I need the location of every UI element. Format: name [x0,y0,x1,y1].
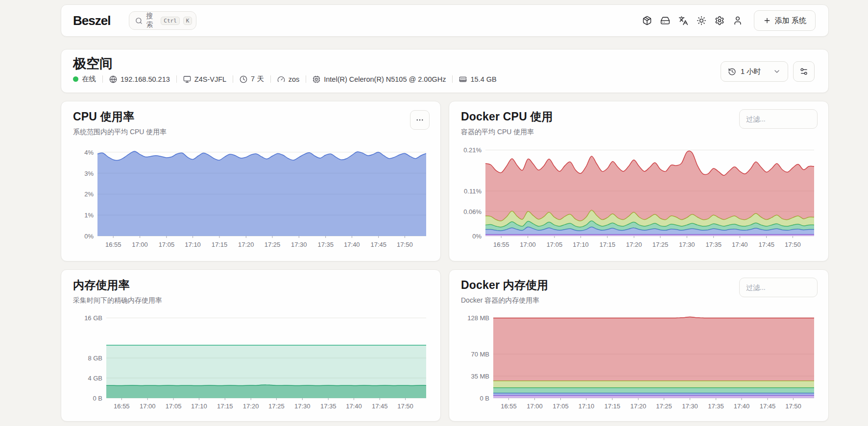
chart-settings-button[interactable] [793,61,815,82]
hostname-item: Z4S-VJFL [183,75,226,83]
memory-chart-card: 内存使用率 采集时间下的精确内存使用率 0 B4 GB8 GB16 GB 16:… [61,269,441,422]
x-tick-label: 17:25 [652,241,669,248]
history-icon [728,68,736,76]
x-tick-label: 17:50 [785,241,801,248]
x-tick-label: 17:10 [191,402,207,410]
ip-label: 192.168.50.213 [121,75,170,83]
x-tick-label: 17:15 [217,402,233,410]
y-tick-label: 0% [461,233,482,240]
add-system-button[interactable]: 添加 系统 [754,10,816,31]
hostname-label: Z4S-VJFL [194,75,226,83]
ip-item: 192.168.50.213 [109,75,170,83]
x-tick-label: 17:40 [732,241,748,248]
chart-subtitle: Docker 容器的内存使用率 [461,296,539,305]
x-tick-label: 17:35 [708,402,724,410]
memory-chart-xaxis: 16:5517:0017:0517:1017:1517:2017:2517:30… [73,402,426,410]
clock-icon [240,75,247,83]
sun-icon[interactable] [693,12,711,30]
system-header: 极空间 在线 192.168.50.213 Z4S-VJFL 7 天 [61,49,829,93]
x-tick-label: 17:15 [600,241,616,248]
kbd-k: K [183,17,193,25]
time-range-value: 1 小时 [741,67,761,76]
docker-memory-chart: 0 B35 MB70 MB128 MB [461,314,814,401]
x-tick-label: 17:35 [320,402,337,410]
series-area-red [485,151,814,221]
search-input[interactable]: 搜索 Ctrl K [129,11,196,30]
x-tick-label: 17:00 [140,402,156,410]
series-area-lime [493,381,814,388]
x-tick-label: 17:35 [317,241,334,248]
x-tick-label: 17:40 [734,402,750,410]
languages-icon[interactable] [675,12,693,30]
divider [306,75,306,83]
x-tick-label: 17:40 [346,402,362,410]
kbd-ctrl: Ctrl [161,17,180,25]
system-name: 极空间 [73,55,113,72]
chart-subtitle: 系统范围内的平均 CPU 使用率 [73,128,167,137]
ellipsis-icon [415,116,424,124]
series-area-used [106,385,426,398]
x-tick-label: 17:30 [294,402,311,410]
ram-item: 15.4 GB [459,75,496,83]
y-tick-label: 0 B [461,395,489,402]
docker-memory-chart-xaxis: 16:5517:0017:0517:1017:1517:2017:2517:30… [461,402,814,410]
sliders-icon [799,67,808,76]
x-tick-label: 17:00 [132,241,148,248]
package-icon[interactable] [638,12,656,30]
user-icon[interactable] [729,12,747,30]
x-tick-label: 17:40 [344,241,360,248]
divider [452,75,453,83]
x-tick-label: 17:05 [553,402,569,410]
x-tick-label: 17:05 [547,241,563,248]
app-logo: Beszel [73,13,110,28]
chart-menu-button[interactable] [410,110,430,130]
chart-canvas [97,146,426,238]
divider [270,75,271,83]
y-tick-label: 0 B [73,395,102,402]
time-range-select[interactable]: 1 小时 [721,61,788,82]
series-area-red [493,317,814,381]
x-tick-label: 17:20 [243,402,259,410]
x-tick-label: 17:45 [760,402,776,410]
x-tick-label: 17:05 [166,402,182,410]
docker-cpu-chart-card: Docker CPU 使用 容器的平均 CPU 使用率 0%0.06%0.11%… [449,101,829,261]
y-tick-label: 0.21% [461,146,482,154]
chart-title: CPU 使用率 [73,109,134,124]
search-icon [135,17,143,24]
x-tick-label: 17:45 [372,402,388,410]
x-tick-label: 17:10 [573,241,589,248]
divider [102,75,103,83]
container-filter-input[interactable] [739,278,818,297]
divider [176,75,177,83]
x-tick-label: 17:30 [682,402,698,410]
x-tick-label: 17:00 [520,241,536,248]
chart-subtitle: 容器的平均 CPU 使用率 [461,128,534,137]
settings-icon[interactable] [711,12,729,30]
y-tick-label: 3% [73,169,94,177]
chart-subtitle: 采集时间下的精确内存使用率 [73,296,162,305]
x-tick-label: 17:30 [679,241,695,248]
hard-drive-icon[interactable] [656,12,675,30]
x-tick-label: 17:50 [397,402,413,410]
y-tick-label: 8 GB [73,355,102,362]
y-tick-label: 4 GB [73,375,102,382]
x-tick-label: 16:55 [105,241,121,248]
chart-canvas [493,314,814,401]
series-area-green [493,388,814,393]
ram-label: 15.4 GB [470,75,496,83]
cpu-chart-xaxis: 16:5517:0017:0517:1017:1517:2017:2517:30… [73,241,426,249]
series-area-cpu [97,151,426,236]
docker-cpu-chart-xaxis: 16:5517:0017:0517:1017:1517:2017:2517:30… [461,241,814,249]
y-tick-label: 128 MB [461,314,489,321]
docker-cpu-chart: 0%0.06%0.11%0.21% [461,146,814,238]
x-tick-label: 17:20 [630,402,647,410]
chart-title: Docker CPU 使用 [461,109,553,124]
x-tick-label: 17:25 [656,402,672,410]
y-tick-label: 0% [73,233,94,240]
header-controls: 1 小时 [721,61,815,82]
x-tick-label: 17:15 [212,241,228,248]
container-filter-input[interactable] [739,109,818,129]
y-tick-label: 1% [73,212,94,219]
x-tick-label: 17:25 [268,402,285,410]
x-tick-label: 17:35 [705,241,722,248]
